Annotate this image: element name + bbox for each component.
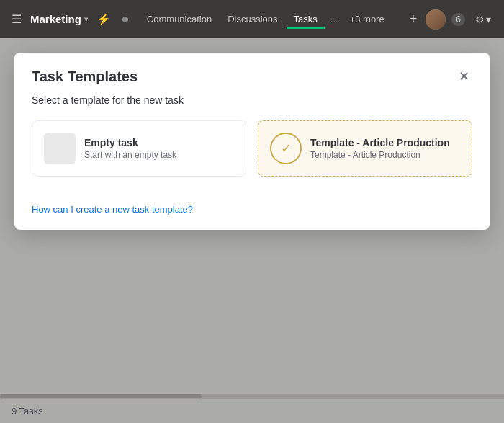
empty-task-icon	[44, 133, 76, 164]
task-templates-dialog: Task Templates ✕ Select a template for t…	[14, 53, 490, 230]
modal-overlay: Task Templates ✕ Select a template for t…	[0, 38, 504, 423]
dialog-title: Task Templates	[32, 68, 138, 85]
brand-label: Marketing	[30, 13, 81, 25]
close-button[interactable]: ✕	[456, 67, 472, 86]
navbar: ☰ Marketing ▾ ⚡ Communication Discussion…	[0, 0, 504, 38]
gear-icon: ⚙	[475, 14, 485, 25]
check-icon: ✓	[270, 133, 302, 164]
article-production-title: Template - Article Production	[310, 137, 450, 148]
dialog-header: Task Templates ✕	[14, 53, 490, 94]
tab-more-icon[interactable]: ...	[326, 11, 343, 27]
avatar[interactable]	[426, 9, 446, 30]
tab-tasks[interactable]: Tasks	[287, 9, 325, 29]
tab-communication[interactable]: Communication	[140, 9, 219, 29]
nav-tabs: Communication Discussions Tasks ... +3 m…	[140, 9, 401, 29]
main-area: Task Templates ✕ Select a template for t…	[0, 38, 504, 423]
tab-plus-more[interactable]: +3 more	[344, 11, 390, 27]
article-production-text: Template - Article Production Template -…	[310, 137, 450, 160]
notifications-badge[interactable]: 6	[451, 13, 465, 26]
brand-chevron-icon: ▾	[84, 15, 88, 23]
hamburger-icon[interactable]: ☰	[9, 9, 24, 29]
status-dot	[122, 17, 128, 22]
dialog-footer: How can I create a new task template?	[14, 191, 490, 230]
brand-button[interactable]: Marketing ▾	[30, 13, 88, 25]
article-production-card[interactable]: ✓ Template - Article Production Template…	[258, 120, 472, 177]
settings-chevron-icon: ▾	[486, 14, 491, 25]
empty-task-text: Empty task Start with an empty task	[84, 137, 176, 160]
article-production-subtitle: Template - Article Production	[310, 150, 450, 160]
pulse-icon[interactable]: ⚡	[94, 9, 114, 29]
empty-task-title: Empty task	[84, 137, 176, 148]
dialog-subtitle: Select a template for the new task	[14, 94, 490, 120]
settings-button[interactable]: ⚙ ▾	[471, 11, 495, 28]
add-view-button[interactable]: +	[407, 9, 420, 30]
template-cards-area: Empty task Start with an empty task ✓ Te…	[14, 120, 490, 191]
empty-task-card[interactable]: Empty task Start with an empty task	[32, 120, 246, 177]
empty-task-subtitle: Start with an empty task	[84, 150, 176, 160]
avatar-image	[426, 9, 446, 30]
tab-discussions[interactable]: Discussions	[220, 9, 284, 29]
help-link[interactable]: How can I create a new task template?	[32, 204, 193, 215]
